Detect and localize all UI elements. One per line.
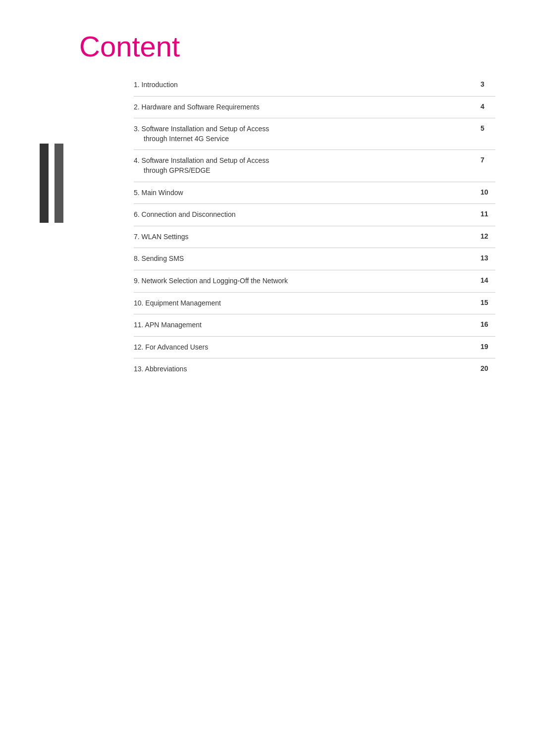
toc-item-page: 3 xyxy=(481,80,495,88)
toc-divider xyxy=(134,314,495,314)
toc-item-page: 20 xyxy=(481,364,495,372)
toc-item-label: 7. WLAN Settings xyxy=(134,232,322,242)
page: Content 1. Introduction32. Hardware and … xyxy=(0,0,535,756)
decorative-bars xyxy=(40,144,63,223)
toc-item[interactable]: 13. Abbreviations20 xyxy=(134,359,495,379)
toc-item-page: 13 xyxy=(481,254,495,262)
toc-item-page: 14 xyxy=(481,276,495,284)
toc-item[interactable]: 5. Main Window10 xyxy=(134,183,495,203)
toc-item-label: 5. Main Window xyxy=(134,188,322,198)
toc-item[interactable]: 3. Software Installation and Setup of Ac… xyxy=(134,119,495,149)
table-of-contents: 1. Introduction32. Hardware and Software… xyxy=(134,75,495,379)
toc-item[interactable]: 7. WLAN Settings12 xyxy=(134,227,495,247)
toc-item-label: 11. APN Management xyxy=(134,320,322,330)
toc-divider xyxy=(134,150,495,150)
toc-item-page: 4 xyxy=(481,102,495,110)
toc-divider xyxy=(134,292,495,293)
toc-item-label: 13. Abbreviations xyxy=(134,364,322,374)
toc-item-label: 3. Software Installation and Setup of Ac… xyxy=(134,124,322,144)
toc-item-label: 12. For Advanced Users xyxy=(134,343,322,353)
toc-divider xyxy=(134,96,495,97)
toc-item-page: 7 xyxy=(481,156,495,164)
toc-item-label: 9. Network Selection and Logging-Off the… xyxy=(134,276,322,286)
toc-item[interactable]: 11. APN Management16 xyxy=(134,315,495,335)
toc-item[interactable]: 10. Equipment Management15 xyxy=(134,294,495,313)
bar-dark xyxy=(40,144,49,223)
toc-item-label: 8. Sending SMS xyxy=(134,254,322,264)
toc-item-label: 4. Software Installation and Setup of Ac… xyxy=(134,156,322,175)
bar-medium xyxy=(54,144,63,223)
toc-item-page: 10 xyxy=(481,188,495,196)
toc-item-page: 12 xyxy=(481,232,495,240)
toc-item-label: 10. Equipment Management xyxy=(134,299,322,308)
toc-item[interactable]: 2. Hardware and Software Requirements4 xyxy=(134,98,495,117)
toc-item[interactable]: 9. Network Selection and Logging-Off the… xyxy=(134,271,495,291)
toc-item-page: 19 xyxy=(481,343,495,351)
toc-item-page: 5 xyxy=(481,124,495,132)
toc-divider xyxy=(134,248,495,248)
toc-item[interactable]: 12. For Advanced Users19 xyxy=(134,338,495,357)
toc-item[interactable]: 8. Sending SMS13 xyxy=(134,249,495,269)
toc-item[interactable]: 1. Introduction3 xyxy=(134,75,495,95)
toc-divider xyxy=(134,182,495,182)
toc-divider xyxy=(134,226,495,226)
toc-divider xyxy=(134,336,495,337)
toc-divider xyxy=(134,270,495,270)
toc-divider xyxy=(134,118,495,118)
toc-divider xyxy=(134,358,495,358)
toc-item-label: 2. Hardware and Software Requirements xyxy=(134,102,322,112)
toc-item[interactable]: 6. Connection and Disconnection11 xyxy=(134,205,495,225)
toc-item-page: 16 xyxy=(481,320,495,328)
toc-item-page: 11 xyxy=(481,210,495,218)
toc-item-page: 15 xyxy=(481,299,495,306)
toc-divider xyxy=(134,203,495,204)
toc-item[interactable]: 4. Software Installation and Setup of Ac… xyxy=(134,151,495,180)
toc-item-label: 6. Connection and Disconnection xyxy=(134,210,322,220)
page-title: Content xyxy=(79,30,495,63)
toc-item-label: 1. Introduction xyxy=(134,80,322,90)
